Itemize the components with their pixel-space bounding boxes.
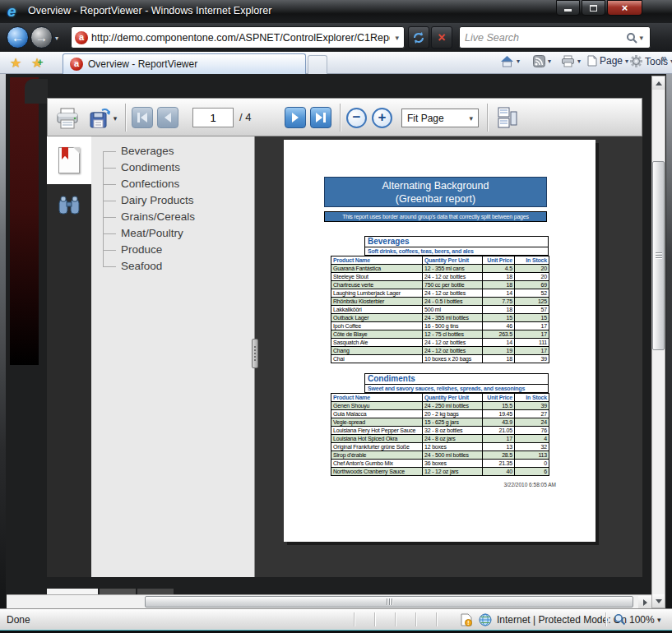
url-field[interactable]: a ▾ [71, 26, 405, 49]
zoom-dropdown-icon[interactable]: ▾ [657, 616, 661, 624]
beverages-table: Product Name Quantity Per Unit Unit Pric… [331, 256, 549, 363]
browser-tab[interactable]: a Overview - ReportViewer [63, 53, 306, 74]
favorites-star-icon[interactable]: ★ [10, 55, 21, 71]
first-page-button[interactable] [132, 107, 153, 128]
outline-item[interactable]: Grains/Cereals [103, 209, 254, 225]
vertical-scrollbar-thumb[interactable] [652, 161, 665, 350]
zoom-mode-value: Fit Page [407, 113, 444, 124]
page-number-input[interactable] [192, 108, 234, 127]
toolbar-separator [125, 104, 126, 132]
table-row: Original Frankfurter grüne Soße12 boxes … [331, 443, 549, 451]
tab-bar: ★ ★+ a Overview - ReportViewer ▾ ▾ [0, 52, 672, 74]
maximize-button[interactable] [582, 0, 605, 16]
outline-item[interactable]: Beverages [103, 143, 254, 159]
table-header-row: Product Name Quantity Per Unit Unit Pric… [331, 394, 549, 402]
feeds-button[interactable]: ▾ [533, 55, 551, 67]
tab-title: Overview - ReportViewer [88, 58, 197, 70]
table-row: Gula Malacca20 - 2 kg bags 19.4527 [331, 410, 549, 418]
outline-item[interactable]: Meat/Poultry [103, 225, 254, 242]
new-tab-stub[interactable] [308, 55, 327, 74]
section-description: Soft drinks, coffees, teas, beers, and a… [364, 247, 549, 256]
home-icon [500, 55, 514, 67]
page-background-accent [10, 77, 39, 365]
outline-item[interactable]: Condiments [103, 159, 254, 176]
page-background-panel [25, 79, 48, 104]
outline-item[interactable]: Dairy Products [103, 192, 254, 209]
table-row: Sirop d'érable24 - 500 ml bottles 28.511… [331, 451, 549, 460]
outline-item[interactable]: Confections [103, 176, 254, 192]
toolbar-separator [487, 104, 488, 132]
continuous-view-button[interactable] [494, 104, 521, 132]
close-button[interactable]: × [607, 0, 642, 16]
add-favorite-icon[interactable]: ★+ [31, 55, 43, 71]
col-product-name: Product Name [331, 394, 423, 402]
outline-item[interactable]: Seafood [103, 258, 254, 275]
viewer-save-button[interactable]: ▾ [86, 104, 120, 133]
zoom-mode-select[interactable]: Fit Page ▾ [401, 109, 479, 127]
window-edge-bottom [0, 630, 672, 633]
page-warning-icon[interactable]: ! [461, 613, 472, 629]
zoom-out-button[interactable]: − [346, 108, 367, 128]
next-page-button[interactable] [285, 107, 306, 128]
minimize-button[interactable] [556, 0, 580, 16]
vertical-scrollbar[interactable] [651, 76, 665, 608]
site-favicon: a [75, 31, 88, 44]
print-button[interactable]: ▾ [561, 55, 581, 67]
zoom-magnifier-icon[interactable] [614, 613, 626, 628]
table-row: Chai10 boxes x 20 bags 1839 [331, 355, 549, 363]
ie-logo-icon: e [7, 3, 24, 20]
zoom-in-button[interactable]: + [372, 108, 392, 128]
viewer-print-button[interactable] [53, 104, 82, 133]
browser-window: e Overview - ReportViewer - Windows Inte… [0, 0, 672, 633]
col-quantity: Quantity Per Unit [423, 394, 483, 402]
history-dropdown-icon[interactable]: ▾ [55, 35, 58, 42]
outline-panel: Beverages Condiments Confections Dairy P… [91, 136, 255, 577]
report-title-line1: Alternating Background [325, 179, 546, 192]
scroll-right-arrow[interactable] [638, 596, 651, 608]
scroll-down-arrow[interactable] [652, 594, 665, 608]
status-text: Done [7, 614, 30, 626]
security-zone-label: Internet | Protected Mode: On [497, 614, 627, 626]
zoom-level-label[interactable]: 100% [629, 614, 655, 626]
url-input[interactable] [88, 32, 393, 44]
table-row: Genen Shouyu24 - 250 ml bottles 15.539 [331, 402, 549, 410]
search-input[interactable] [465, 32, 626, 44]
search-tab[interactable] [47, 187, 91, 224]
url-dropdown-icon[interactable]: ▾ [393, 34, 401, 42]
col-in-stock: In Stock [515, 256, 549, 265]
search-dropdown-icon[interactable]: ▾ [637, 34, 645, 42]
refresh-button[interactable] [408, 26, 429, 49]
back-button[interactable]: ← [7, 26, 29, 49]
previous-page-button[interactable] [157, 107, 178, 128]
outline-tab[interactable] [47, 136, 91, 184]
horizontal-scrollbar[interactable] [7, 594, 652, 608]
page-menu[interactable]: Page ▾ [587, 55, 628, 67]
rss-icon [533, 55, 545, 67]
forward-button[interactable]: → [30, 26, 53, 49]
report-title: Alternating Background (Greenbar report) [324, 177, 547, 207]
report-page-area: Alternating Background (Greenbar report)… [255, 136, 642, 577]
table-row: Ipoh Coffee16 - 500 g tins 4617 [331, 322, 549, 330]
status-bar: Done ! Internet | Protected Mode: On [0, 608, 672, 630]
home-button[interactable]: ▾ [500, 55, 520, 67]
scroll-up-arrow[interactable] [652, 76, 665, 90]
viewer-toolbar: ▾ / 4 − + Fit Page ▾ [47, 98, 642, 136]
toolbar-overflow-chevron[interactable]: » [661, 53, 667, 64]
svg-text:!: ! [467, 620, 469, 626]
horizontal-scrollbar-thumb[interactable] [145, 596, 633, 608]
last-page-button[interactable] [310, 107, 331, 128]
table-header-row: Product Name Quantity Per Unit Unit Pric… [331, 256, 549, 265]
table-row: Chang24 - 12 oz bottles 1917 [331, 347, 549, 355]
save-icon [89, 107, 112, 130]
table-row: Rhönbräu Klosterbier24 - 0.5 l bottles 7… [331, 298, 549, 306]
page-icon [587, 55, 597, 67]
condiments-table: Product Name Quantity Per Unit Unit Pric… [331, 393, 549, 476]
viewer-body: Beverages Condiments Confections Dairy P… [47, 136, 642, 577]
search-icon[interactable] [626, 32, 637, 44]
outline-item[interactable]: Produce [103, 242, 254, 258]
save-dropdown-icon[interactable]: ▾ [114, 114, 118, 122]
section-description: Sweet and savory sauces, relishes, sprea… [364, 385, 549, 393]
stop-button[interactable]: × [431, 26, 452, 49]
stop-icon: × [438, 30, 445, 45]
search-box[interactable]: ▾ [459, 26, 651, 49]
